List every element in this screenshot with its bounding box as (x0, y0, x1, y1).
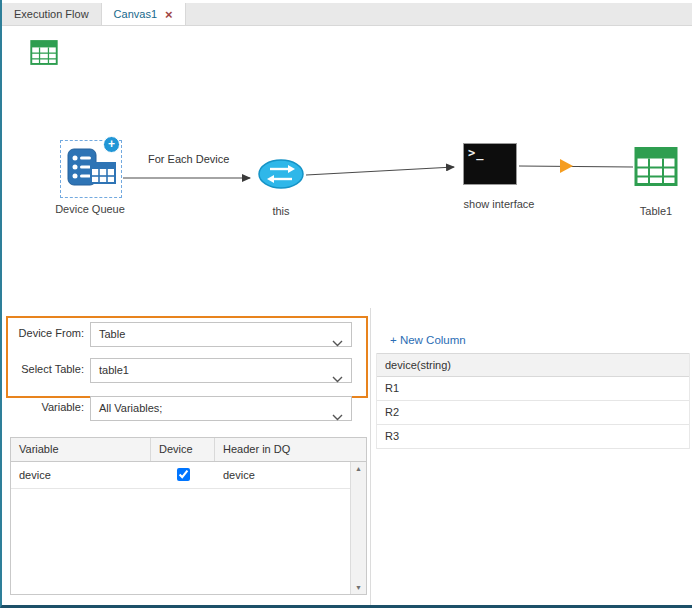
tab-canvas1-label: Canvas1 (114, 8, 157, 20)
tab-execution-flow[interactable]: Execution Flow (2, 3, 102, 25)
select-table-label: Select Table: (8, 363, 84, 375)
scrollbar[interactable]: ▲ ▼ (350, 462, 366, 594)
edge-label-for-each-device: For Each Device (148, 153, 229, 165)
scroll-up-icon[interactable]: ▲ (351, 465, 366, 472)
tab-canvas1[interactable]: Canvas1 × (102, 3, 186, 25)
chevron-down-icon (332, 368, 343, 391)
node-router[interactable] (258, 158, 304, 190)
table-tool-icon[interactable] (30, 39, 58, 66)
table-row[interactable]: device device (11, 462, 351, 489)
node-show-interface[interactable]: >_ (463, 143, 517, 185)
variable-table: Variable Device Header in DQ device devi… (10, 437, 367, 595)
col-header-device: Device (151, 438, 215, 461)
bottom-panel: Device From: Table Select Table: table1 … (2, 308, 692, 605)
device-from-label: Device From: (8, 327, 84, 339)
app-window: Execution Flow Canvas1 × (0, 0, 692, 608)
node-table1[interactable] (634, 146, 678, 187)
tab-execution-flow-label: Execution Flow (14, 8, 89, 20)
device-from-value: Table (99, 328, 125, 340)
close-icon[interactable]: × (165, 8, 173, 21)
device-table: device(string) R1 R2 R3 (376, 353, 690, 449)
node-device-queue-label: Device Queue (40, 203, 140, 215)
cell-variable: device (11, 469, 151, 481)
scroll-down-icon[interactable]: ▼ (351, 584, 366, 591)
panel-divider (370, 308, 371, 605)
variable-value: All Variables; (99, 402, 162, 414)
table-row[interactable]: R3 (377, 425, 689, 449)
col-header-variable: Variable (11, 438, 151, 461)
device-checkbox[interactable] (177, 468, 190, 481)
flow-canvas[interactable]: + Device Queue For Each Device this >_ s… (2, 26, 692, 308)
variable-label: Variable: (8, 401, 84, 413)
select-table-select[interactable]: table1 (90, 358, 352, 383)
plus-badge-icon: + (103, 136, 120, 153)
select-table-value: table1 (99, 364, 129, 376)
col-header-header-in-dq: Header in DQ (215, 438, 366, 461)
terminal-prompt-icon: >_ (468, 146, 484, 160)
node-table1-label: Table1 (614, 205, 692, 217)
cell-header-in-dq: device (215, 469, 351, 481)
tab-bar: Execution Flow Canvas1 × (2, 3, 692, 26)
new-column-link[interactable]: + New Column (390, 334, 466, 346)
table-row[interactable]: R2 (377, 401, 689, 425)
variable-table-header: Variable Device Header in DQ (11, 438, 366, 462)
table-row[interactable]: R1 (377, 377, 689, 401)
variable-select[interactable]: All Variables; (90, 396, 352, 421)
node-router-label: this (253, 205, 309, 217)
node-device-queue[interactable]: + (60, 140, 122, 198)
device-column-header[interactable]: device(string) (377, 353, 689, 377)
orange-arrow-icon (560, 159, 573, 173)
device-from-select[interactable]: Table (90, 322, 352, 347)
node-show-interface-label: show interface (441, 198, 557, 210)
variable-table-body: device device ▲ ▼ (11, 462, 366, 594)
chevron-down-icon (332, 332, 343, 355)
mini-table-icon (90, 162, 116, 184)
chevron-down-icon (332, 406, 343, 429)
